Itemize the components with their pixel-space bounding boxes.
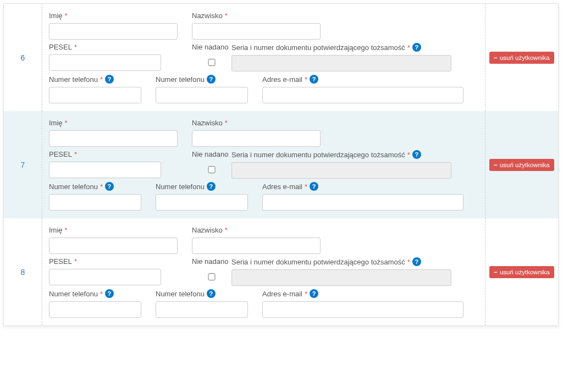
row-number: 7	[4, 111, 42, 218]
help-icon[interactable]: ?	[105, 182, 114, 191]
phone1-label: Numer telefonu * ?	[49, 75, 141, 84]
last-name-input[interactable]	[192, 238, 321, 254]
phone1-input[interactable]	[49, 87, 141, 103]
help-icon[interactable]: ?	[412, 43, 421, 52]
delete-user-button[interactable]: − usuń użytkownika	[489, 159, 554, 171]
first-name-label: Imię *	[49, 119, 178, 127]
email-input[interactable]	[262, 194, 463, 211]
not-assigned-checkbox[interactable]	[192, 59, 231, 66]
user-row: 7 Imię * Nazwisko * PESEL * Nie nadano	[4, 111, 558, 218]
email-input[interactable]	[262, 87, 463, 103]
row-fields: Imię * Nazwisko * PESEL * Nie nadano	[42, 218, 485, 325]
last-name-label: Nazwisko *	[192, 226, 321, 234]
first-name-label: Imię *	[49, 12, 178, 20]
phone2-input[interactable]	[156, 301, 248, 318]
document-label: Seria i numer dokumentu potwierdzającego…	[231, 150, 451, 159]
not-assigned-label: Nie nadano	[192, 43, 231, 51]
row-fields: Imię * Nazwisko * PESEL * Nie nadano	[42, 4, 485, 111]
row-action: − usuń użytkownika	[485, 4, 558, 111]
row-number: 8	[4, 218, 42, 325]
pesel-label: PESEL *	[49, 43, 161, 51]
phone2-input[interactable]	[156, 194, 248, 211]
last-name-input[interactable]	[192, 23, 321, 40]
user-row: 6 Imię * Nazwisko * PESEL * Nie nadano	[4, 4, 558, 111]
pesel-input[interactable]	[49, 54, 161, 71]
document-label: Seria i numer dokumentu potwierdzającego…	[231, 257, 451, 266]
first-name-input[interactable]	[49, 130, 178, 147]
help-icon[interactable]: ?	[310, 75, 318, 84]
pesel-label: PESEL *	[49, 257, 161, 266]
minus-icon: −	[494, 54, 498, 61]
help-icon[interactable]: ?	[207, 289, 216, 298]
email-input[interactable]	[262, 301, 463, 318]
help-icon[interactable]: ?	[310, 182, 318, 191]
first-name-label: Imię *	[49, 226, 178, 234]
last-name-label: Nazwisko *	[192, 12, 321, 20]
phone2-label: Numer telefonu ?	[156, 182, 248, 191]
row-action: − usuń użytkownika	[485, 218, 558, 325]
document-label: Seria i numer dokumentu potwierdzającego…	[231, 43, 451, 52]
document-input	[231, 162, 451, 179]
row-number: 6	[4, 4, 42, 111]
pesel-label: PESEL *	[49, 150, 161, 158]
user-row: 8 Imię * Nazwisko * PESEL * Nie nadano	[4, 218, 558, 325]
email-label: Adres e-mail * ?	[262, 182, 463, 191]
help-icon[interactable]: ?	[207, 75, 216, 84]
help-icon[interactable]: ?	[412, 150, 421, 159]
first-name-input[interactable]	[49, 23, 178, 40]
phone1-label: Numer telefonu * ?	[49, 182, 141, 191]
delete-user-button[interactable]: − usuń użytkownika	[489, 266, 554, 278]
help-icon[interactable]: ?	[105, 289, 114, 298]
minus-icon: −	[494, 162, 498, 168]
not-assigned-label: Nie nadano	[192, 150, 231, 158]
not-assigned-label: Nie nadano	[192, 257, 231, 266]
help-icon[interactable]: ?	[105, 75, 114, 84]
not-assigned-checkbox[interactable]	[192, 166, 231, 173]
document-input	[231, 55, 451, 71]
email-label: Adres e-mail * ?	[262, 289, 463, 298]
pesel-input[interactable]	[49, 162, 161, 178]
document-input	[231, 269, 451, 286]
last-name-label: Nazwisko *	[192, 119, 321, 127]
minus-icon: −	[494, 269, 498, 275]
email-label: Adres e-mail * ?	[262, 75, 463, 84]
help-icon[interactable]: ?	[412, 257, 421, 266]
help-icon[interactable]: ?	[310, 289, 318, 298]
users-form: 6 Imię * Nazwisko * PESEL * Nie nadano	[3, 3, 559, 326]
pesel-input[interactable]	[49, 269, 161, 285]
help-icon[interactable]: ?	[207, 182, 216, 191]
phone1-input[interactable]	[49, 194, 141, 211]
delete-user-button[interactable]: − usuń użytkownika	[489, 52, 554, 64]
phone2-label: Numer telefonu ?	[156, 289, 248, 298]
row-fields: Imię * Nazwisko * PESEL * Nie nadano	[42, 111, 485, 218]
phone2-input[interactable]	[156, 87, 248, 103]
not-assigned-checkbox[interactable]	[192, 273, 231, 280]
row-action: − usuń użytkownika	[485, 111, 558, 218]
first-name-input[interactable]	[49, 238, 178, 254]
phone1-input[interactable]	[49, 301, 141, 318]
phone1-label: Numer telefonu * ?	[49, 289, 141, 298]
last-name-input[interactable]	[192, 130, 321, 147]
phone2-label: Numer telefonu ?	[156, 75, 248, 84]
